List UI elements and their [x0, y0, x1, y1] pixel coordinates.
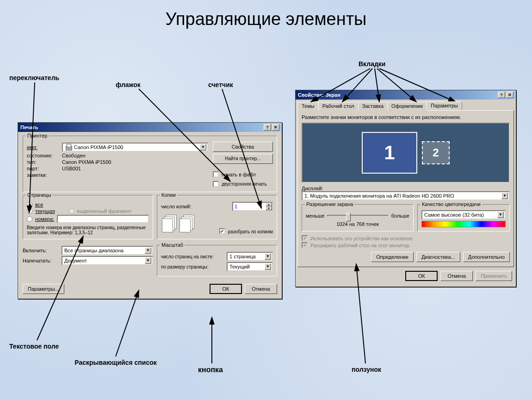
tab-desktop[interactable]: Рабочий стол	[318, 102, 359, 111]
label-radio: переключатель	[9, 74, 59, 81]
label-slider: ползунок	[352, 366, 381, 373]
extend-label: Расширить рабочий стол на этот монитор.	[310, 243, 411, 248]
pages-all-radio[interactable]	[27, 202, 32, 207]
ok-button[interactable]: ОК	[405, 271, 438, 281]
display-label: Дисплей:	[302, 186, 510, 191]
chevron-down-icon[interactable]: ▼	[501, 193, 508, 199]
resolution-group: Разрешение экрана меньше больше 1024 на …	[302, 204, 414, 231]
print-to-file-checkbox[interactable]	[213, 171, 219, 177]
slide-title: Управляющие элементы	[0, 9, 532, 29]
res-less-label: меньше	[306, 213, 324, 219]
chevron-down-icon[interactable]: ▼	[145, 257, 151, 264]
tab-settings[interactable]: Параметры	[427, 101, 462, 110]
port-value: USB001	[62, 166, 81, 171]
label-button: кнопка	[198, 366, 223, 374]
display-value: 1. Модуль подключения монитора на ATI Ra…	[304, 193, 454, 199]
options-button[interactable]: Параметры...	[23, 284, 64, 294]
fit-dropdown[interactable]: Текущий ▼	[227, 262, 273, 271]
spinner-up-icon[interactable]: ▲	[266, 203, 272, 206]
copies-input[interactable]	[233, 203, 266, 210]
chevron-down-icon[interactable]: ▼	[145, 247, 151, 254]
apply-button[interactable]: Применить	[476, 271, 512, 281]
print-dialog: Печать ? ✕ Принтер имя: Canon PIXMA iP15…	[18, 122, 282, 299]
pps-dropdown[interactable]: 1 страница ▼	[227, 252, 273, 261]
collate-preview-icon	[179, 215, 195, 233]
copies-spinner[interactable]: ▲ ▼	[232, 202, 273, 211]
duplex-checkbox[interactable]	[213, 181, 219, 187]
close-icon[interactable]: ✕	[272, 124, 279, 131]
quality-dropdown[interactable]: Самое высокое (32 бита) ▼	[421, 210, 506, 219]
collate-label: разобрать по копиям	[228, 229, 273, 234]
pages-numbers-input[interactable]	[57, 215, 149, 223]
identify-button[interactable]: Определение	[371, 252, 414, 262]
tab-appearance[interactable]: Оформление	[387, 102, 427, 111]
pages-current-radio[interactable]	[27, 208, 32, 214]
monitor-preview[interactable]: 1 2	[302, 123, 510, 183]
label-tabs: Вкладки	[359, 60, 385, 68]
pps-value: 1 страница	[229, 254, 256, 259]
tab-screensaver[interactable]: Заставка	[358, 102, 388, 111]
print-titlebar[interactable]: Печать ? ✕	[18, 123, 282, 132]
printer-name-label: имя:	[27, 144, 59, 150]
use-primary-label: Использовать это устройство как основное…	[310, 236, 414, 241]
type-label: тип:	[27, 159, 59, 165]
help-icon[interactable]: ?	[498, 92, 505, 98]
close-icon[interactable]: ✕	[506, 92, 513, 98]
label-textfield: Текстовое поле	[9, 343, 59, 350]
quality-value: Самое высокое (32 бита)	[424, 212, 484, 218]
printer-icon	[65, 144, 72, 150]
pages-group: Страницы все текущая выделенный фрагмент…	[23, 195, 153, 239]
chevron-down-icon[interactable]: ▼	[265, 263, 271, 270]
include-dropdown[interactable]: Все страницы диапазона ▼	[62, 246, 153, 255]
resolution-slider[interactable]	[327, 215, 388, 217]
duplex-label: двусторонняя печать	[222, 181, 267, 187]
advanced-button[interactable]: Дополнительно	[463, 252, 510, 262]
print-what-dropdown[interactable]: Документ ▼	[62, 256, 153, 265]
tab-themes[interactable]: Темы	[297, 102, 319, 111]
chevron-down-icon[interactable]: ▼	[265, 253, 271, 260]
properties-button[interactable]: Свойства	[213, 142, 273, 152]
pages-selection-label: выделенный фрагмент	[77, 208, 132, 214]
pps-label: число страниц на листе:	[161, 254, 214, 259]
display-title: Свойства: Экран	[298, 92, 340, 98]
chevron-down-icon[interactable]: ▼	[200, 144, 206, 150]
display-dialog: Свойства: Экран ? ✕ Темы Рабочий стол За…	[295, 90, 516, 287]
pages-numbers-radio[interactable]	[27, 216, 32, 222]
monitor-1[interactable]: 1	[362, 132, 417, 174]
arrange-hint: Разместите значки мониторов в соответств…	[302, 114, 510, 120]
pages-current-label: текущая	[35, 208, 55, 214]
printer-group: Принтер имя: Canon PIXMA iP1500 ▼ состоя…	[23, 136, 277, 192]
fit-value: Текущий	[229, 264, 250, 269]
find-printer-button[interactable]: Найти принтер...	[213, 154, 273, 164]
type-value: Canon PIXMA iP1500	[62, 159, 111, 165]
port-label: порт:	[27, 166, 59, 171]
cancel-button[interactable]: Отмена	[440, 271, 473, 281]
print-title: Печать	[20, 125, 38, 130]
collate-checkbox[interactable]	[219, 228, 225, 234]
chevron-down-icon[interactable]: ▼	[497, 212, 504, 218]
monitor-2[interactable]: 2	[422, 141, 450, 164]
resolution-value: 1024 на 768 точек	[306, 221, 409, 227]
notes-label: заметки:	[27, 172, 59, 178]
color-preview	[421, 221, 506, 227]
pages-group-title: Страницы	[26, 192, 53, 198]
quality-group: Качество цветопередачи Самое высокое (32…	[417, 204, 510, 231]
printer-name-dropdown[interactable]: Canon PIXMA iP1500 ▼	[62, 143, 208, 152]
copies-group-title: Копии	[160, 192, 177, 198]
help-icon[interactable]: ?	[264, 124, 271, 131]
diagnostics-button[interactable]: Диагностика...	[416, 252, 460, 262]
copies-group: Копии число копий: ▲ ▼	[157, 195, 277, 239]
extend-checkbox	[302, 242, 308, 248]
cancel-button[interactable]: Отмена	[245, 284, 277, 294]
pages-selection-radio	[69, 208, 74, 214]
spinner-down-icon[interactable]: ▼	[266, 206, 272, 210]
printer-group-title: Принтер	[26, 133, 49, 138]
display-titlebar[interactable]: Свойства: Экран ? ✕	[296, 90, 516, 100]
scale-group-title: Масштаб	[160, 242, 185, 248]
state-value: Свободен	[62, 153, 86, 158]
ok-button[interactable]: ОК	[210, 284, 242, 294]
label-checkbox: флажок	[116, 81, 141, 88]
print-what-value: Документ	[64, 258, 87, 263]
slider-thumb[interactable]	[346, 213, 351, 221]
display-dropdown[interactable]: 1. Модуль подключения монитора на ATI Ra…	[302, 191, 510, 200]
